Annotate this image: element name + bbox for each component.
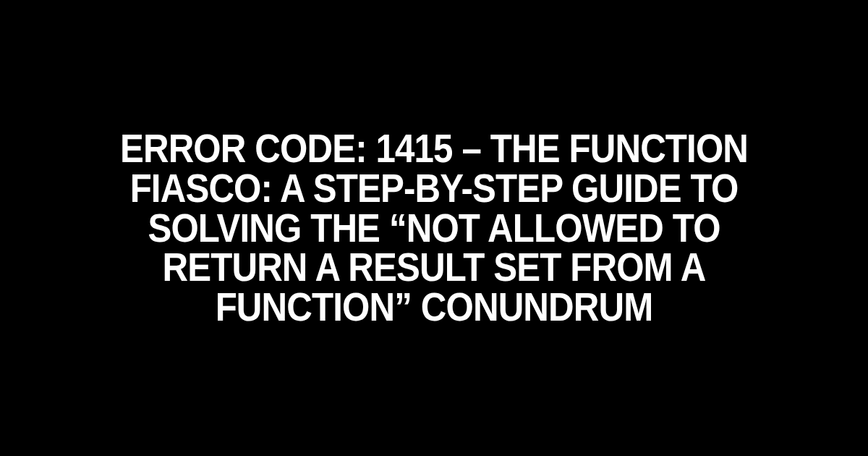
headline: Error Code: 1415 – The Function Fiasco: …: [52, 129, 816, 327]
